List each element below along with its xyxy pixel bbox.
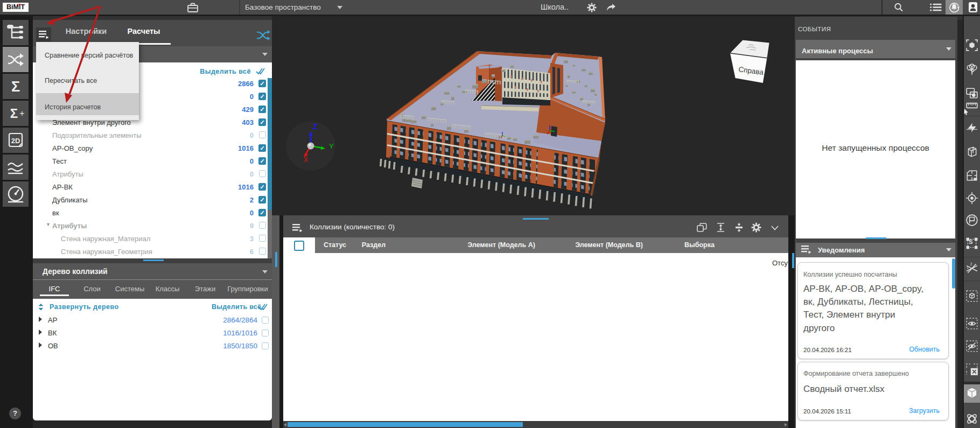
svg-text:Y: Y — [329, 142, 334, 150]
svg-text:+: + — [19, 109, 24, 118]
svg-text:S: S — [969, 238, 972, 245]
svg-text:X: X — [304, 156, 308, 164]
svg-text:2: 2 — [970, 262, 972, 266]
svg-text:Σ: Σ — [11, 79, 20, 95]
svg-text:Σ: Σ — [10, 106, 18, 121]
svg-text:1: 1 — [967, 265, 969, 269]
svg-text:Z: Z — [313, 122, 318, 131]
svg-text:2D: 2D — [11, 137, 20, 145]
